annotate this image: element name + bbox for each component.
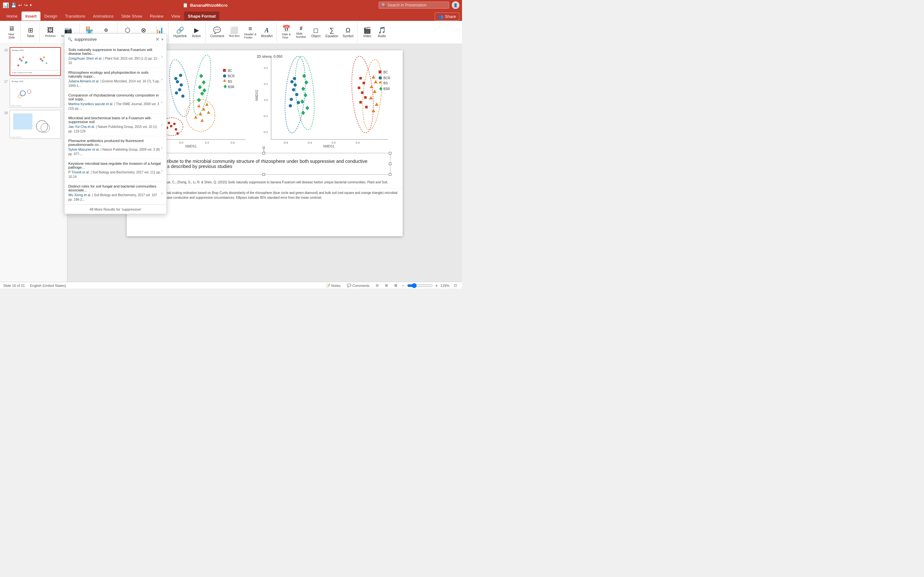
reading-view-button[interactable]: ⊠: [393, 283, 399, 288]
video-button[interactable]: 🎬 Video: [360, 23, 374, 42]
tab-insert[interactable]: Insert: [21, 11, 40, 21]
slide-thumb-18[interactable]: Fungus contribute...: [10, 110, 61, 139]
action-button[interactable]: ▶ Action: [189, 23, 204, 42]
zoom-in-button[interactable]: +: [435, 283, 438, 288]
more-results[interactable]: 48 More Results for 'suppressive': [67, 205, 166, 214]
equation-button[interactable]: ∑ Equation: [324, 23, 340, 42]
search-result-3[interactable]: Comparison of rhizobacterial community c…: [67, 91, 166, 113]
search-result-5[interactable]: Phenazine antibiotics produced by fluore…: [67, 136, 166, 159]
tab-home[interactable]: Home: [3, 11, 21, 21]
table-button[interactable]: ⊞ Table: [23, 23, 37, 42]
result-arrow-6[interactable]: ›: [161, 168, 163, 173]
object-button[interactable]: ◻ Object: [309, 23, 323, 42]
tab-review[interactable]: Review: [146, 11, 168, 21]
slide-item-16[interactable]: 16 2D stress: 0.075: [1, 47, 66, 77]
tab-animations[interactable]: Animations: [89, 11, 118, 21]
toolbar-group-symbols: 📅 Date &Time # SlideNumber ◻ Object ∑ Eq…: [278, 22, 358, 43]
svg-text:0.2: 0.2: [264, 66, 268, 69]
date-time-button[interactable]: 📅 Date &Time: [279, 23, 294, 42]
audio-icon: 🎵: [378, 27, 386, 33]
result-arrow-5[interactable]: ›: [161, 145, 163, 150]
tab-transitions[interactable]: Transitions: [61, 11, 89, 21]
result-authors-5: Sylvie Mazurier et al.: [68, 147, 99, 151]
slide-thumb-16[interactable]: 2D stress: 0.075 Fungus contribute t: [10, 47, 61, 76]
textbox-button[interactable]: ⬜ Text Box: [226, 23, 242, 42]
fit-slide-button[interactable]: ⊡: [452, 283, 459, 288]
svg-rect-115: [361, 91, 363, 94]
svg-rect-44: [168, 122, 170, 124]
audio-button[interactable]: 🎵 Audio: [375, 23, 389, 42]
user-avatar[interactable]: 👤: [452, 1, 459, 9]
wordart-button[interactable]: A WordArt: [259, 23, 275, 42]
result-arrow-1[interactable]: ›: [161, 54, 163, 59]
result-arrow-7[interactable]: ›: [161, 190, 163, 195]
canvas-area[interactable]: 2D stress: 0.075 NMDS2 NMDS1 0.2 0.1 0.0: [67, 44, 462, 282]
search-dropdown: 🔍 ✕ ▾ Soils naturally suppressive to ban…: [67, 44, 167, 214]
svg-rect-21: [13, 113, 32, 129]
hyperlink-button[interactable]: 🔗 Hyperlink: [171, 23, 189, 42]
result-arrow-3[interactable]: ›: [161, 99, 163, 105]
svg-point-9: [41, 60, 43, 61]
tab-view[interactable]: View: [168, 11, 184, 21]
svg-text:BC: BC: [228, 69, 232, 73]
tab-bar: Home Insert Design Transitions Animation…: [0, 10, 462, 21]
share-button[interactable]: 👥 Share: [435, 13, 459, 21]
svg-point-97: [290, 80, 294, 83]
screenshot-icon: 📷: [64, 27, 72, 33]
toolbar-group-media: 🎬 Video 🎵 Audio: [358, 22, 391, 43]
quick-save-btn[interactable]: 💾: [11, 3, 16, 8]
search-bar-title[interactable]: 🔍 Search in Presentation: [379, 2, 449, 9]
handle-br[interactable]: [389, 173, 391, 176]
svg-text:BS: BS: [383, 81, 388, 85]
svg-text:0.0: 0.0: [264, 98, 268, 102]
slide-number-button[interactable]: # SlideNumber: [294, 23, 309, 42]
toolbar-group-table: ⊞ Table: [21, 22, 40, 43]
handle-bm[interactable]: [262, 173, 265, 176]
symbol-button[interactable]: Ω Symbol: [341, 23, 355, 42]
title-bar-right: 🔍 Search in Presentation 👤: [379, 1, 459, 9]
action-icon: ▶: [194, 27, 199, 33]
tab-slideshow[interactable]: Slide Show: [118, 11, 146, 21]
svg-text:Fungus contribute...: Fungus contribute...: [11, 105, 22, 106]
new-slide-button[interactable]: 🖥 NewSlide: [5, 23, 19, 42]
slide-thumb-17[interactable]: 2D stress: 0.075 Fungus contribute...: [10, 79, 61, 107]
result-arrow-4[interactable]: ›: [161, 122, 163, 127]
tab-design[interactable]: Design: [40, 11, 61, 21]
svg-text:Fungus contribute...: Fungus contribute...: [11, 136, 22, 138]
comment-button[interactable]: 💬 Comment: [208, 23, 226, 42]
svg-rect-116: [364, 96, 367, 99]
tab-shapeformat[interactable]: Shape Format: [184, 11, 220, 21]
result-arrow-2[interactable]: ›: [161, 77, 163, 82]
svg-rect-113: [363, 82, 365, 84]
notes-button[interactable]: 📝 Notes: [324, 283, 342, 288]
normal-view-icon: ⊟: [376, 284, 379, 287]
normal-view-button[interactable]: ⊟: [374, 283, 381, 288]
search-result-7[interactable]: Distinct roles for soil fungal and bacte…: [67, 182, 166, 205]
search-result-2[interactable]: Rhizosphere ecology and phytoprotection …: [67, 68, 166, 91]
zoom-out-button[interactable]: −: [402, 283, 404, 288]
svg-text:0.0: 0.0: [179, 141, 184, 144]
search-result-1[interactable]: Soils naturally suppressive to banana Fu…: [67, 45, 166, 68]
result-authors-3: Martina Kyselkov aacute et al.: [68, 102, 113, 106]
table-icon: ⊞: [28, 27, 33, 33]
comments-button[interactable]: 💬 Comments: [345, 283, 371, 288]
slide-item-18[interactable]: 18 Fungus contribute...: [1, 109, 66, 139]
header-footer-button[interactable]: ≡ Header &Footer: [242, 23, 258, 42]
date-time-icon: 📅: [282, 25, 290, 32]
handle-tr[interactable]: [389, 152, 391, 155]
slide-sorter-button[interactable]: ⊞: [383, 283, 390, 288]
language-info: English (United States): [30, 284, 66, 287]
customize-btn[interactable]: ▾: [30, 3, 32, 7]
slide-textbox[interactable]: Fungus contribute to the microbial commu…: [137, 153, 391, 175]
quick-redo-btn[interactable]: ↪: [24, 3, 28, 8]
slide-item-17[interactable]: 17 2D stress: 0.075 Fungus contribute...: [1, 78, 66, 108]
symbol-icon: Ω: [346, 27, 351, 33]
search-result-4[interactable]: Microbial and biochemical basis of a Fus…: [67, 113, 166, 136]
pictures-button[interactable]: 🖼 Pictures: [42, 23, 58, 42]
zoom-slider[interactable]: [407, 283, 433, 288]
quick-undo-btn[interactable]: ↩: [18, 3, 22, 8]
handle-mr[interactable]: [389, 163, 391, 165]
handle-tm[interactable]: [262, 152, 265, 155]
search-result-6[interactable]: Keystone microbial taxa regulate the inv…: [67, 159, 166, 182]
svg-rect-78: [254, 53, 398, 152]
